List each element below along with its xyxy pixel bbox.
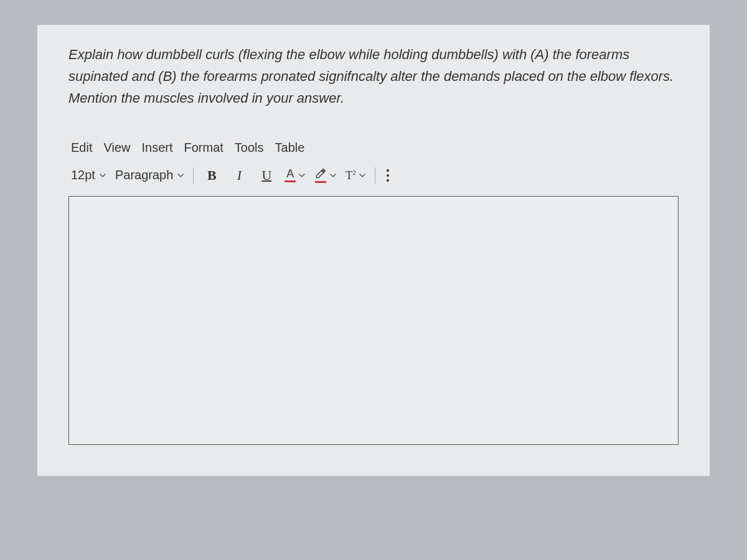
menubar: Edit View Insert Format Tools Table (68, 141, 679, 155)
paragraph-style-dropdown[interactable]: Paragraph (115, 168, 184, 182)
underline-button[interactable]: U (257, 166, 276, 185)
text-color-button[interactable]: A (284, 168, 306, 182)
menu-insert[interactable]: Insert (141, 141, 172, 155)
dot-icon (387, 169, 389, 172)
highlight-color-swatch (315, 181, 326, 183)
question-prompt: Explain how dumbbell curls (flexing the … (68, 44, 679, 110)
more-options-button[interactable] (384, 167, 392, 184)
italic-button[interactable]: I (230, 166, 248, 185)
menu-format[interactable]: Format (184, 141, 223, 155)
toolbar-divider (193, 167, 194, 184)
toolbar: 12pt Paragraph B I U A (68, 166, 679, 185)
toolbar-divider (375, 167, 375, 184)
paragraph-style-label: Paragraph (115, 168, 173, 182)
bold-button[interactable]: B (202, 166, 221, 185)
font-size-dropdown[interactable]: 12pt (71, 168, 106, 182)
dot-icon (387, 179, 389, 182)
text-color-letter: A (286, 168, 294, 179)
highlight-color-button[interactable] (314, 167, 337, 183)
chevron-down-icon (298, 172, 306, 179)
text-color-swatch (284, 180, 296, 182)
chevron-down-icon (99, 172, 106, 179)
chevron-down-icon (329, 172, 337, 179)
superscript-button[interactable]: T2 (345, 169, 366, 182)
text-editor-area[interactable] (68, 196, 679, 445)
chevron-down-icon (359, 172, 366, 179)
editor-container: Explain how dumbbell curls (flexing the … (37, 25, 710, 476)
dot-icon (387, 174, 389, 177)
font-size-label: 12pt (71, 168, 95, 182)
highlighter-icon (314, 167, 327, 180)
menu-edit[interactable]: Edit (71, 141, 92, 155)
chevron-down-icon (177, 172, 184, 179)
menu-table[interactable]: Table (275, 141, 305, 155)
menu-tools[interactable]: Tools (235, 141, 264, 155)
superscript-label: T2 (345, 169, 356, 182)
menu-view[interactable]: View (103, 141, 130, 155)
